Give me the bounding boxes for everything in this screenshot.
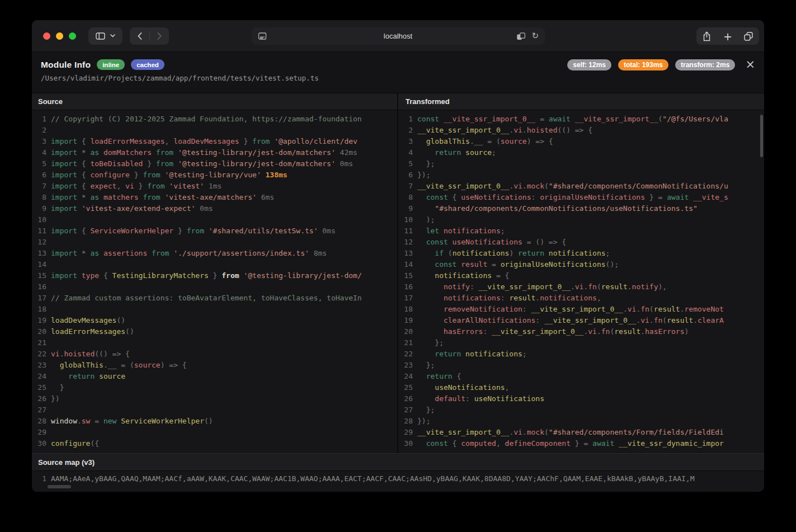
line-content: window.sw = new ServiceWorkerHelper() xyxy=(46,416,213,427)
line-content: clearAllNotifications: __vite_ssr_import… xyxy=(413,315,724,326)
reload-icon[interactable]: ↻ xyxy=(531,32,539,40)
nav-buttons xyxy=(130,27,169,45)
line-content xyxy=(46,237,51,248)
code-line: 16 notify: __vite_ssr_import_0__.vi.fn(r… xyxy=(398,281,764,293)
code-line: 19 clearAllNotifications: __vite_ssr_imp… xyxy=(398,315,764,326)
line-content: import { loadErrorMessages, loadDevMessa… xyxy=(46,136,357,147)
code-line: 14 const result = originalUseNotificatio… xyxy=(398,259,764,270)
code-line: 23 globalThis.__ = (source) => { xyxy=(32,360,397,371)
close-icon[interactable]: × xyxy=(745,59,755,70)
line-number: 26 xyxy=(32,393,46,404)
line-number: 16 xyxy=(32,281,46,293)
vertical-scrollbar-thumb[interactable] xyxy=(760,115,763,157)
line-number: 13 xyxy=(32,248,46,259)
line-content xyxy=(46,125,51,136)
line-content: }; xyxy=(413,158,435,170)
line-content: let notifications; xyxy=(413,225,505,237)
line-number: 9 xyxy=(398,203,413,214)
line-content: import * as assertions from './support/a… xyxy=(46,248,327,259)
share-button[interactable] xyxy=(696,31,717,41)
line-number: 30 xyxy=(32,438,46,449)
sourcemap-section: Source map (v3) 1AAMA;AAeA,yBAAG,QAAQ,MA… xyxy=(32,453,764,492)
code-line: 6}); xyxy=(398,170,764,181)
code-line: 30configure({ xyxy=(32,438,397,449)
code-line: 26 default: useNotifications xyxy=(398,393,764,404)
line-number: 6 xyxy=(32,170,46,181)
line-content: // Copyright (C) 2012-2025 Zammad Founda… xyxy=(46,114,362,125)
line-content: const __vite_ssr_import_0__ = await __vi… xyxy=(413,114,728,125)
share-icon xyxy=(703,31,711,41)
code-line: 11 let notifications; xyxy=(398,225,764,237)
horizontal-scrollbar-thumb[interactable] xyxy=(48,485,71,488)
line-content xyxy=(46,304,51,315)
transform-time-badge: transform: 2ms xyxy=(675,59,735,70)
tab-overview-button[interactable] xyxy=(738,32,759,41)
sidebar-toggle-button[interactable] xyxy=(88,27,123,45)
line-number: 27 xyxy=(32,404,46,416)
line-number: 10 xyxy=(32,214,46,225)
code-line: 27 }; xyxy=(398,404,764,416)
line-content: loadDevMessages() xyxy=(46,315,125,326)
line-number: 21 xyxy=(398,337,413,349)
code-line: 11import { ServiceWorkerHelper } from '#… xyxy=(32,225,397,237)
line-number: 6 xyxy=(398,170,413,181)
code-line: 8 const { useNotifications: originalUseN… xyxy=(398,192,764,203)
line-number: 4 xyxy=(398,147,413,158)
code-line: 3import { loadErrorMessages, loadDevMess… xyxy=(32,136,397,147)
line-number: 2 xyxy=(32,125,46,136)
line-content: __vite_ssr_import_0__.vi.hoisted(() => { xyxy=(413,125,592,136)
line-number: 15 xyxy=(398,270,413,281)
window-close-button[interactable] xyxy=(43,32,50,40)
module-info-header: Module Info inline cached /Users/vladimi… xyxy=(32,51,764,93)
url-text: localhost xyxy=(251,32,545,40)
line-number: 28 xyxy=(398,416,413,427)
line-content xyxy=(46,259,51,270)
code-line: 22vi.hoisted(() => { xyxy=(32,349,397,360)
line-number: 28 xyxy=(32,416,46,427)
code-line: 1// Copyright (C) 2012-2025 Zammad Found… xyxy=(32,114,397,125)
line-number: 14 xyxy=(32,259,46,270)
line-content: useNotifications, xyxy=(413,382,509,393)
line-content: import * as domMatchers from '@testing-l… xyxy=(46,147,357,158)
source-panel-title: Source xyxy=(32,93,397,110)
window-minimize-button[interactable] xyxy=(56,32,63,40)
sourcemap-title: Source map (v3) xyxy=(32,454,764,471)
code-line: 1AAMA;AAeA,yBAAG,QAAQ,MAAM;AACf,aAAW,KAA… xyxy=(32,473,764,484)
line-number: 14 xyxy=(398,259,413,270)
line-number: 5 xyxy=(398,158,413,170)
sidebar-icon xyxy=(96,32,105,40)
line-number: 22 xyxy=(398,349,413,360)
line-content: return source xyxy=(46,371,125,382)
code-line: 6import { configure } from '@testing-lib… xyxy=(32,170,397,181)
translate-icon[interactable] xyxy=(516,32,525,40)
code-line: 25 useNotifications, xyxy=(398,382,764,393)
code-line: 3 globalThis.__ = (source) => { xyxy=(398,136,764,147)
code-panels: Source 1// Copyright (C) 2012-2025 Zamma… xyxy=(32,93,764,453)
code-line: 29__vite_ssr_import_0__.vi.mock("#shared… xyxy=(398,427,764,438)
line-number: 23 xyxy=(398,360,413,371)
chevron-down-icon xyxy=(110,34,115,37)
code-line: 17// Zammad custom assertions: toBeAvata… xyxy=(32,293,397,304)
line-content: __vite_ssr_import_0__.vi.mock("#shared/c… xyxy=(413,181,728,192)
new-tab-button[interactable]: + xyxy=(717,30,738,43)
back-button[interactable] xyxy=(130,32,149,40)
line-number: 1 xyxy=(32,114,46,125)
code-line: 7__vite_ssr_import_0__.vi.mock("#shared/… xyxy=(398,181,764,192)
line-number: 10 xyxy=(398,214,413,225)
line-content xyxy=(46,214,51,225)
line-number: 27 xyxy=(398,404,413,416)
line-content: notifications: result.notifications, xyxy=(413,293,601,304)
address-bar[interactable]: localhost ↻ xyxy=(251,27,545,45)
line-number: 12 xyxy=(32,237,46,248)
forward-button[interactable] xyxy=(149,32,169,40)
code-line: 18 xyxy=(32,304,397,315)
inline-badge: inline xyxy=(97,59,125,70)
source-code: 1// Copyright (C) 2012-2025 Zammad Found… xyxy=(32,110,397,453)
line-number: 19 xyxy=(32,315,46,326)
window-zoom-button[interactable] xyxy=(69,32,76,40)
chevron-left-icon xyxy=(138,32,142,40)
line-content: default: useNotifications xyxy=(413,393,544,404)
line-number: 30 xyxy=(398,438,413,449)
source-panel: Source 1// Copyright (C) 2012-2025 Zamma… xyxy=(32,93,397,453)
code-line: 27 xyxy=(32,404,397,416)
